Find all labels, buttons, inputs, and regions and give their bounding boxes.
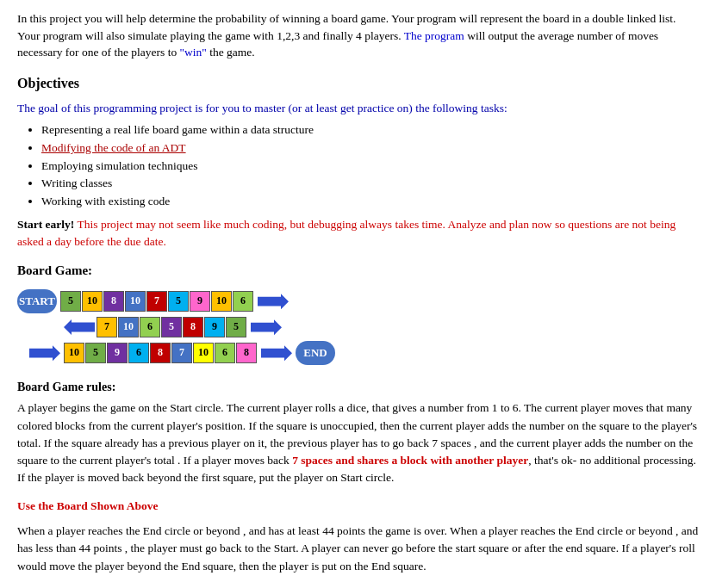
arrow-right-icon (258, 294, 289, 309)
block: 5 (168, 291, 189, 312)
objectives-list: Representing a real life board game with… (41, 121, 699, 209)
use-board-label: Use the Board Shown Above (17, 498, 699, 515)
block: 10 (211, 291, 232, 312)
block: 9 (107, 343, 128, 363)
rules-title: Board Game rules: (17, 379, 699, 396)
rules-text: A player begins the game on the Start ci… (17, 399, 699, 486)
block: 6 (140, 317, 160, 337)
block: 6 (233, 291, 253, 312)
board-container: START 5 10 8 10 7 5 9 10 6 7 10 6 5 8 9 … (17, 289, 699, 365)
block: 7 (97, 317, 117, 337)
early-warning: Start early! This project may not seem l… (17, 216, 699, 250)
arrow-left-icon (64, 319, 95, 335)
objectives-intro: The goal of this programming project is … (17, 100, 699, 117)
block: 5 (226, 317, 246, 337)
arrow-right-icon-4 (261, 345, 292, 361)
block: 7 (146, 291, 167, 312)
list-item: Employing simulation techniques (41, 158, 699, 175)
program-text: The program (404, 29, 464, 42)
block: 10 (82, 291, 103, 312)
block: 7 (171, 343, 192, 363)
block: 5 (161, 317, 182, 337)
board-row-2: 7 10 6 5 8 9 5 (60, 317, 699, 337)
block: 10 (125, 291, 146, 312)
end-circle: END (296, 341, 335, 365)
block: 8 (236, 343, 257, 363)
block: 6 (215, 343, 235, 363)
objectives-heading: Objectives (17, 73, 699, 93)
block: 5 (60, 291, 81, 312)
ending-text: When a player reaches the End circle or … (17, 523, 699, 575)
list-item: Working with existing code (41, 193, 699, 210)
block: 8 (103, 291, 124, 312)
arrow-right-icon-2 (251, 319, 282, 335)
list-item: Writing classes (41, 175, 699, 192)
block: 5 (85, 343, 106, 363)
list-item: Representing a real life board game with… (41, 121, 699, 139)
board-row-3: 10 5 9 6 8 7 10 6 8 END (26, 341, 699, 365)
list-item: Modifying the code of an ADT (41, 139, 699, 157)
block: 9 (190, 291, 210, 312)
block: 10 (193, 343, 214, 363)
board-game-heading: Board Game: (17, 262, 699, 281)
intro-paragraph: In this project you will help determine … (17, 10, 699, 61)
start-circle: START (17, 289, 57, 313)
block: 9 (204, 317, 225, 337)
block: 10 (64, 343, 84, 363)
win-text: "win" (180, 46, 207, 59)
rules-section: Board Game rules: A player begins the ga… (17, 379, 699, 487)
board-row-1: START 5 10 8 10 7 5 9 10 6 (17, 289, 699, 313)
block: 8 (150, 343, 171, 363)
block: 8 (183, 317, 203, 337)
arrow-right-icon-3 (29, 345, 60, 361)
block: 6 (128, 343, 149, 363)
block: 10 (118, 317, 139, 337)
intro-text5: the game. (207, 46, 255, 59)
